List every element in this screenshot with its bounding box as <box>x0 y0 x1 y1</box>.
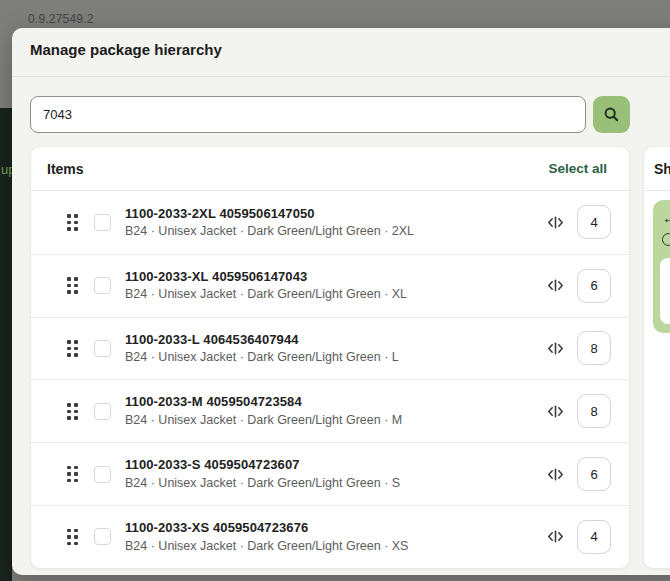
item-checkbox[interactable] <box>94 277 111 294</box>
item-row: 1100-2033-XS 4059504723676 B24 · Unisex … <box>31 505 629 568</box>
item-checkbox[interactable] <box>94 340 111 357</box>
drag-handle-icon[interactable] <box>67 340 81 357</box>
screen: 0.9.27549.2 up Manage package hierarchy … <box>0 0 670 581</box>
split-chevrons-icon[interactable] <box>547 277 564 294</box>
package-card-body <box>660 258 670 324</box>
item-text: 1100-2033-S 4059504723607 B24 · Unisex J… <box>125 457 547 491</box>
drag-handle-icon[interactable] <box>67 403 81 420</box>
shelf-panel: Sh ← <box>643 146 670 569</box>
split-chevrons-icon[interactable] <box>547 214 564 231</box>
quantity-input[interactable] <box>577 269 611 303</box>
item-text: 1100-2033-L 4064536407944 B24 · Unisex J… <box>125 332 547 366</box>
back-arrow-icon[interactable]: ← <box>662 210 670 225</box>
quantity-input[interactable] <box>577 457 611 491</box>
item-subtitle: B24 · Unisex Jacket · Dark Green/Light G… <box>125 539 547 554</box>
item-row: 1100-2033-S 4059504723607 B24 · Unisex J… <box>31 442 629 505</box>
quantity-input[interactable] <box>577 331 611 365</box>
split-chevrons-icon[interactable] <box>547 403 564 420</box>
item-title: 1100-2033-2XL 4059506147050 <box>125 206 547 222</box>
circle-icon[interactable] <box>662 233 670 246</box>
drag-handle-icon[interactable] <box>67 277 81 294</box>
magnifier-icon <box>603 106 620 123</box>
split-chevrons-icon[interactable] <box>547 466 564 483</box>
items-panel: Items Select all 1100-2033-2XL 405950614… <box>30 146 630 569</box>
shelf-panel-header: Sh <box>644 147 670 191</box>
item-subtitle: B24 · Unisex Jacket · Dark Green/Light G… <box>125 287 547 302</box>
app-sidebar-strip: up <box>0 108 12 581</box>
item-text: 1100-2033-XS 4059504723676 B24 · Unisex … <box>125 520 547 554</box>
sidebar-clipped-label: up <box>1 162 12 177</box>
quantity-input[interactable] <box>577 205 611 239</box>
item-title: 1100-2033-S 4059504723607 <box>125 457 547 473</box>
quantity-input[interactable] <box>577 520 611 554</box>
items-heading: Items <box>47 161 84 177</box>
dialog-title: Manage package hierarchy <box>30 41 222 58</box>
items-panel-header: Items Select all <box>31 147 629 191</box>
split-chevrons-icon[interactable] <box>547 528 564 545</box>
drag-handle-icon[interactable] <box>67 529 81 546</box>
item-subtitle: B24 · Unisex Jacket · Dark Green/Light G… <box>125 413 547 428</box>
manage-package-hierarchy-dialog: Manage package hierarchy Items Select al… <box>12 28 670 575</box>
item-row: 1100-2033-L 4064536407944 B24 · Unisex J… <box>31 317 629 380</box>
drag-handle-icon[interactable] <box>67 214 81 231</box>
item-subtitle: B24 · Unisex Jacket · Dark Green/Light G… <box>125 350 547 365</box>
item-subtitle: B24 · Unisex Jacket · Dark Green/Light G… <box>125 224 547 239</box>
shelf-heading: Sh <box>654 161 670 177</box>
item-checkbox[interactable] <box>94 528 111 545</box>
package-card[interactable]: ← <box>653 200 670 333</box>
select-all-button[interactable]: Select all <box>548 161 607 176</box>
item-text: 1100-2033-2XL 4059506147050 B24 · Unisex… <box>125 206 547 240</box>
item-title: 1100-2033-L 4064536407944 <box>125 332 547 348</box>
item-row: 1100-2033-XL 4059506147043 B24 · Unisex … <box>31 254 629 317</box>
quantity-input[interactable] <box>577 394 611 428</box>
item-checkbox[interactable] <box>94 403 111 420</box>
search-button[interactable] <box>593 96 630 133</box>
item-row: 1100-2033-M 4059504723584 B24 · Unisex J… <box>31 379 629 442</box>
drag-handle-icon[interactable] <box>67 466 81 483</box>
split-chevrons-icon[interactable] <box>547 340 564 357</box>
items-list: 1100-2033-2XL 4059506147050 B24 · Unisex… <box>31 191 629 568</box>
item-subtitle: B24 · Unisex Jacket · Dark Green/Light G… <box>125 476 547 491</box>
item-title: 1100-2033-XL 4059506147043 <box>125 269 547 285</box>
item-title: 1100-2033-XS 4059504723676 <box>125 520 547 536</box>
item-checkbox[interactable] <box>94 214 111 231</box>
header-divider <box>12 76 670 77</box>
version-text: 0.9.27549.2 <box>28 12 94 26</box>
item-title: 1100-2033-M 4059504723584 <box>125 394 547 410</box>
item-text: 1100-2033-XL 4059506147043 B24 · Unisex … <box>125 269 547 303</box>
item-checkbox[interactable] <box>94 466 111 483</box>
search-input[interactable] <box>30 96 586 133</box>
item-row: 1100-2033-2XL 4059506147050 B24 · Unisex… <box>31 191 629 254</box>
item-text: 1100-2033-M 4059504723584 B24 · Unisex J… <box>125 394 547 428</box>
